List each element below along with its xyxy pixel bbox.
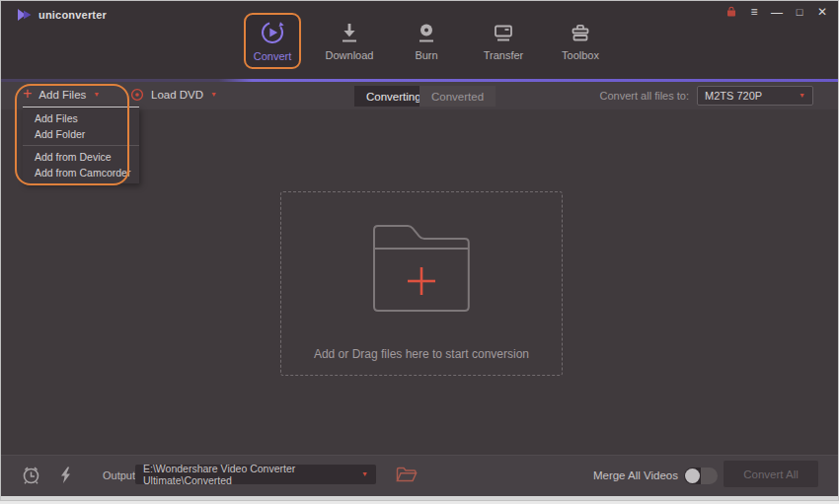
- tab-label: Convert: [254, 50, 292, 62]
- load-dvd-button[interactable]: Load DVD ▼: [126, 84, 221, 106]
- disc-icon: [130, 88, 144, 102]
- plus-icon: +: [23, 86, 32, 102]
- burn-icon: [415, 21, 438, 44]
- menu-item-add-folder[interactable]: Add Folder: [23, 126, 139, 142]
- menu-item-add-files[interactable]: Add Files: [23, 110, 139, 126]
- merge-all-videos-label: Merge All Videos: [593, 469, 678, 481]
- load-dvd-label: Load DVD: [151, 89, 203, 101]
- app-logo: uniconverter: [17, 8, 107, 22]
- tab-label: Burn: [415, 49, 437, 61]
- title-bar: uniconverter ≡ — □ ✕: [1, 1, 838, 79]
- window-bottom-edge: [1, 496, 838, 500]
- tab-burn[interactable]: Burn: [398, 13, 455, 69]
- tab-label: Toolbox: [562, 49, 599, 61]
- app-window: uniconverter ≡ — □ ✕: [0, 0, 839, 501]
- add-folder-icon: [362, 209, 481, 325]
- caret-down-icon: ▼: [93, 91, 100, 99]
- output-format-select[interactable]: M2TS 720P ▼: [697, 86, 813, 106]
- toolbar: + Add Files ▼ Load DVD ▼ Converting Conv…: [1, 82, 838, 109]
- tab-download[interactable]: Download: [321, 13, 378, 69]
- window-controls: ≡ — □ ✕: [725, 5, 828, 19]
- store-icon[interactable]: [725, 6, 737, 18]
- download-icon: [338, 21, 361, 44]
- file-drop-zone[interactable]: Add or Drag files here to start conversi…: [280, 191, 563, 376]
- tab-label: Transfer: [484, 49, 524, 61]
- tab-converted[interactable]: Converted: [420, 86, 496, 107]
- footer-bar: Output E:\Wondershare Video Converter Ul…: [1, 455, 838, 496]
- output-path-select[interactable]: E:\Wondershare Video Converter Ultimate\…: [135, 465, 376, 484]
- menu-item-add-from-camcorder[interactable]: Add from Camcorder: [23, 165, 139, 180]
- toolbox-icon: [569, 21, 592, 44]
- tab-transfer[interactable]: Transfer: [475, 13, 532, 69]
- tab-convert[interactable]: Convert: [244, 13, 301, 69]
- tab-label: Download: [326, 49, 374, 61]
- drop-zone-hint: Add or Drag files here to start conversi…: [281, 347, 562, 361]
- menu-separator: [23, 145, 139, 146]
- output-label: Output: [103, 469, 135, 481]
- menu-item-add-from-device[interactable]: Add from Device: [23, 149, 139, 165]
- menu-icon[interactable]: ≡: [748, 5, 760, 19]
- output-path-value: E:\Wondershare Video Converter Ultimate\…: [143, 463, 361, 486]
- merge-toggle[interactable]: [684, 468, 718, 484]
- play-logo-icon: [17, 8, 33, 22]
- add-files-label: Add Files: [38, 89, 86, 101]
- convert-all-to-label: Convert all files to:: [600, 90, 689, 102]
- convert-all-button[interactable]: Convert All: [724, 461, 818, 487]
- caret-down-icon: ▼: [210, 91, 217, 99]
- high-speed-bolt-icon[interactable]: [59, 467, 72, 484]
- caret-down-icon: ▼: [799, 92, 805, 100]
- open-folder-icon[interactable]: [396, 467, 418, 483]
- app-title: uniconverter: [38, 9, 107, 21]
- minimize-button[interactable]: —: [771, 6, 783, 20]
- caret-down-icon: ▼: [361, 470, 368, 478]
- add-files-button[interactable]: + Add Files ▼: [19, 84, 104, 106]
- format-value: M2TS 720P: [705, 90, 762, 102]
- close-button[interactable]: ✕: [816, 5, 828, 19]
- convert-icon: [260, 20, 285, 45]
- toggle-knob: [685, 468, 700, 483]
- main-nav: Convert Download Burn: [244, 13, 609, 69]
- maximize-button[interactable]: □: [794, 5, 805, 19]
- transfer-icon: [492, 21, 515, 44]
- plus-icon: [408, 267, 435, 295]
- schedule-clock-icon[interactable]: [21, 465, 41, 485]
- add-files-menu: Add Files Add Folder Add from Device Add…: [23, 107, 139, 183]
- tab-toolbox[interactable]: Toolbox: [552, 13, 609, 69]
